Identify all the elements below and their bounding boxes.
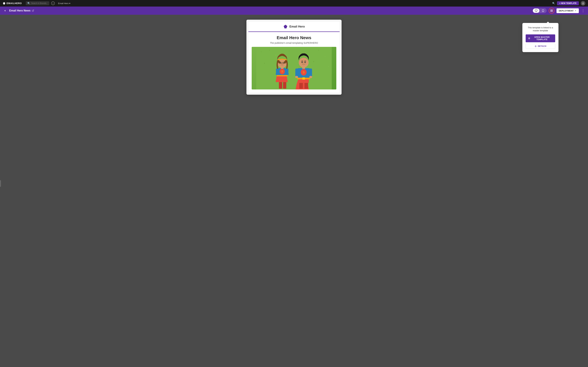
email-logo-text: Email Hero: [289, 25, 305, 28]
master-template-tooltip: This template is linked to a master temp…: [522, 23, 558, 52]
sidebar-handle[interactable]: [0, 180, 1, 187]
svg-marker-9: [284, 25, 287, 28]
svg-point-62: [303, 63, 304, 64]
svg-rect-64: [529, 38, 530, 38]
svg-rect-66: [529, 39, 530, 39]
svg-text:S: S: [303, 71, 305, 74]
svg-rect-5: [551, 10, 551, 10]
svg-rect-6: [552, 10, 553, 10]
svg-point-60: [302, 62, 303, 62]
svg-rect-8: [552, 11, 553, 12]
svg-point-1: [583, 2, 584, 3]
email-subtitle: The publisher's email templating SUPERHE…: [252, 42, 336, 44]
view-toggle: [533, 8, 547, 13]
top-nav-bar: EMAILHERO 🔍 + Email Hero ▾ 🔍 + NEW TEMPL…: [0, 0, 588, 7]
email-preview: Email Hero Email Hero News The publisher…: [248, 22, 340, 93]
svg-rect-2: [535, 10, 537, 11]
email-logo-icon: [283, 24, 288, 29]
svg-rect-65: [528, 39, 529, 39]
svg-rect-23: [283, 82, 286, 89]
svg-point-11: [261, 51, 261, 52]
mobile-view-button[interactable]: [540, 8, 546, 13]
email-header: Email Hero: [248, 22, 340, 32]
new-template-button[interactable]: + NEW TEMPLATE: [557, 1, 579, 5]
svg-point-61: [305, 62, 306, 62]
svg-point-57: [299, 58, 309, 67]
deployment-button[interactable]: DEPLOYMENT: [556, 8, 579, 13]
svg-point-68: [536, 46, 536, 47]
template-title: Email Hero News: [9, 9, 34, 12]
svg-rect-22: [279, 82, 282, 89]
open-master-icon: [528, 37, 530, 40]
svg-point-16: [318, 50, 319, 50]
search-icon: 🔍: [27, 2, 30, 5]
detach-icon: [535, 45, 537, 47]
app-logo-text: EMAILHERO: [7, 2, 22, 5]
detach-button[interactable]: DETACH: [526, 44, 555, 49]
svg-rect-53: [309, 68, 312, 77]
brand-name: Email Hero ▾: [58, 2, 70, 5]
search-bar[interactable]: 🔍: [26, 1, 49, 5]
svg-rect-51: [302, 77, 305, 80]
desktop-view-button[interactable]: [533, 8, 539, 13]
svg-rect-44: [299, 82, 303, 89]
tooltip-arrow: [547, 22, 549, 23]
add-brand-button[interactable]: +: [51, 1, 55, 5]
svg-point-55: [309, 76, 312, 78]
svg-rect-52: [295, 68, 298, 77]
template-header: Email Hero News DEPLOYMENT ⋮: [0, 7, 588, 15]
svg-point-41: [281, 63, 281, 63]
email-hero-image: S: [252, 47, 336, 90]
external-link-icon: [32, 9, 34, 12]
nav-search-icon[interactable]: 🔍: [552, 2, 555, 5]
email-body: Email Hero News The publisher's email te…: [248, 32, 340, 93]
svg-point-18: [264, 63, 265, 64]
deployment-dropdown-icon: [575, 10, 577, 12]
svg-point-54: [295, 76, 298, 78]
svg-point-20: [313, 61, 314, 62]
svg-rect-45: [304, 82, 308, 89]
superhero-illustration: S: [252, 47, 336, 90]
svg-rect-7: [551, 11, 551, 12]
svg-rect-63: [528, 38, 529, 38]
svg-point-17: [325, 56, 326, 57]
svg-rect-30: [276, 68, 278, 75]
svg-rect-27: [277, 75, 288, 76]
avatar-icon: [582, 2, 585, 5]
svg-point-4: [543, 11, 543, 11]
main-content-area: Email Hero Email Hero News The publisher…: [0, 15, 588, 367]
email-title: Email Hero News: [252, 35, 336, 40]
logo-icon: [3, 2, 6, 5]
svg-point-12: [269, 50, 270, 50]
svg-point-13: [276, 55, 277, 56]
search-input[interactable]: [31, 2, 48, 4]
app-logo: EMAILHERO: [3, 2, 22, 5]
open-master-template-button[interactable]: OPEN MASTER TEMPLATE: [526, 34, 555, 42]
mobile-icon: [542, 9, 544, 12]
tooltip-description: This template is linked to a master temp…: [526, 26, 555, 32]
svg-rect-10: [256, 47, 332, 90]
svg-point-14: [289, 51, 289, 51]
svg-text:S: S: [281, 70, 283, 73]
user-avatar[interactable]: [581, 1, 585, 6]
svg-point-43: [282, 64, 283, 64]
master-link-icon: [550, 9, 553, 12]
back-button[interactable]: [3, 8, 7, 13]
svg-rect-31: [286, 68, 288, 75]
email-preview-wrapper: Email Hero Email Hero News The publisher…: [246, 20, 342, 95]
more-options-button[interactable]: ⋮: [581, 8, 585, 13]
desktop-icon: [535, 9, 537, 12]
master-link-button[interactable]: [549, 8, 554, 14]
svg-point-21: [328, 66, 329, 67]
back-icon: [3, 9, 7, 12]
svg-point-42: [284, 63, 284, 63]
svg-marker-0: [3, 2, 5, 4]
svg-point-15: [305, 52, 306, 53]
